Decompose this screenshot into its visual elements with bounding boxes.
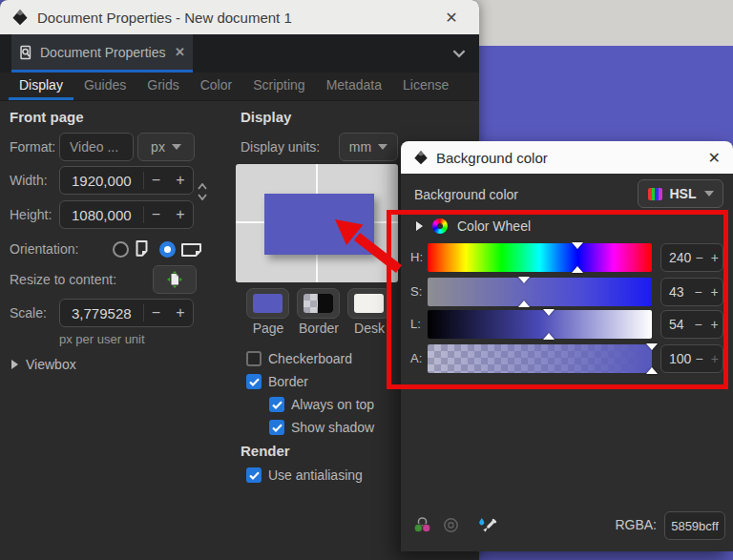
dialog-titlebar[interactable]: Background color ✕ (401, 141, 733, 174)
chevron-down-icon[interactable] (450, 45, 468, 62)
alpha-slider[interactable] (428, 344, 652, 373)
border-color-button[interactable] (297, 288, 340, 319)
show-shadow-checkbox[interactable] (269, 420, 284, 435)
width-spinbox[interactable]: 1920,000 − + (59, 166, 194, 195)
use-antialiasing-checkbox[interactable] (246, 467, 262, 483)
width-decrement-button[interactable]: − (143, 172, 168, 189)
show-shadow-checkbox-row[interactable]: Show shadow (269, 418, 374, 437)
use-antialiasing-checkbox-row[interactable]: Use antialiasing (246, 466, 363, 485)
saturation-decrement-button[interactable]: − (690, 284, 706, 300)
expander-arrow-icon (11, 360, 18, 369)
rgba-label: RGBA: (615, 517, 657, 532)
dock-tab-close-icon[interactable]: ✕ (175, 45, 185, 59)
saturation-value: 43 (661, 284, 690, 300)
inkscape-logo-icon (11, 9, 29, 26)
tab-guides[interactable]: Guides (73, 73, 136, 100)
hue-value: 240 (661, 250, 691, 265)
border-color-swatch (304, 294, 333, 313)
dock-tab-bar: Document Properties ✕ (0, 34, 479, 73)
hue-slider-row: H: 240 − + (401, 243, 733, 272)
hue-key-label: H: (410, 243, 423, 272)
color-mode-dropdown[interactable]: HSL (638, 179, 723, 208)
render-heading: Render (241, 443, 290, 459)
eyedropper-icon[interactable] (477, 515, 497, 539)
lightness-decrement-button[interactable]: − (690, 317, 706, 332)
dock-tab-document-properties[interactable]: Document Properties ✕ (11, 34, 193, 73)
width-increment-button[interactable]: + (168, 172, 193, 189)
tab-grids[interactable]: Grids (136, 73, 189, 100)
format-input[interactable]: Video ... (59, 133, 134, 161)
border-checkbox-row[interactable]: Border (246, 372, 308, 391)
resize-to-content-label: Resize to content: (10, 265, 116, 294)
color-wheel-expander[interactable]: Color Wheel (416, 218, 531, 234)
portrait-radio[interactable] (113, 241, 129, 258)
alpha-increment-button[interactable]: + (707, 351, 723, 366)
alpha-decrement-button[interactable]: − (691, 351, 706, 366)
saturation-increment-button[interactable]: + (706, 284, 723, 300)
caret-down-icon (378, 144, 387, 150)
lightness-value-spinbox[interactable]: 54 − + (660, 310, 723, 339)
hue-decrement-button[interactable]: − (691, 250, 706, 265)
lightness-slider-handle[interactable] (543, 310, 555, 339)
viewbox-expander[interactable]: Viewbox (11, 357, 76, 372)
hue-slider-handle[interactable] (572, 243, 583, 272)
saturation-slider[interactable] (428, 278, 652, 306)
window-titlebar[interactable]: Document Properties - New document 1 ✕ (0, 0, 479, 34)
landscape-radio[interactable] (159, 241, 176, 258)
height-spinbox[interactable]: 1080,000 − + (59, 200, 194, 229)
scale-increment-button[interactable]: + (168, 304, 193, 321)
link-dimensions-icon[interactable] (198, 183, 207, 200)
height-decrement-button[interactable]: − (143, 206, 168, 223)
viewbox-label: Viewbox (26, 357, 76, 372)
page-color-button[interactable] (246, 288, 289, 319)
hue-increment-button[interactable]: + (707, 250, 723, 265)
document-properties-icon (19, 45, 33, 60)
border-checkbox[interactable] (246, 374, 262, 389)
hue-slider[interactable] (428, 243, 652, 272)
alpha-slider-row: A: 100 − + (401, 344, 733, 373)
desk-swatch-label: Desk (345, 321, 394, 336)
display-heading: Display (241, 109, 291, 125)
saturation-slider-handle[interactable] (518, 278, 530, 306)
display-units-dropdown[interactable]: mm (339, 133, 398, 161)
tab-scripting[interactable]: Scripting (242, 73, 315, 100)
checkerboard-checkbox[interactable] (246, 351, 262, 366)
tab-display[interactable]: Display (9, 73, 73, 100)
scale-spinbox[interactable]: 3,779528 − + (59, 299, 194, 327)
unit-dropdown[interactable]: px (137, 133, 195, 161)
orientation-label: Orientation: (10, 235, 78, 263)
dialog-close-button[interactable]: ✕ (708, 149, 721, 167)
target-circle-icon[interactable] (442, 516, 460, 538)
always-on-top-checkbox[interactable] (269, 397, 284, 412)
saturation-value-spinbox[interactable]: 43 − + (660, 278, 723, 306)
screenshot-root: Document Properties - New document 1 ✕ D… (0, 0, 733, 560)
inkscape-logo-icon (413, 150, 429, 165)
tab-metadata[interactable]: Metadata (316, 73, 392, 100)
height-increment-button[interactable]: + (168, 206, 193, 223)
resize-to-content-button[interactable] (153, 265, 197, 294)
lightness-increment-button[interactable]: + (706, 317, 723, 332)
resize-document-icon (165, 270, 184, 289)
show-shadow-label: Show shadow (291, 420, 374, 435)
always-on-top-label: Always on top (291, 397, 374, 412)
tab-license[interactable]: License (392, 73, 459, 100)
checkerboard-checkbox-row[interactable]: Checkerboard (246, 349, 352, 368)
format-label: Format: (10, 133, 55, 161)
always-on-top-checkbox-row[interactable]: Always on top (269, 395, 374, 414)
scale-value: 3,779528 (60, 305, 143, 321)
alpha-slider-handle[interactable] (646, 344, 658, 373)
caret-down-icon (172, 144, 181, 150)
desk-color-button[interactable] (347, 288, 390, 319)
lightness-slider[interactable] (428, 310, 652, 339)
scale-decrement-button[interactable]: − (143, 304, 168, 321)
check-icon (272, 401, 283, 409)
tab-color[interactable]: Color (190, 73, 242, 100)
alpha-value-spinbox[interactable]: 100 − + (660, 344, 723, 373)
rgb-circles-icon[interactable] (412, 516, 432, 538)
window-close-button[interactable]: ✕ (435, 0, 468, 34)
hue-value-spinbox[interactable]: 240 − + (660, 243, 723, 272)
border-swatch-label: Border (294, 321, 344, 336)
rgba-input[interactable]: 5859bcff (664, 511, 725, 540)
page-color-swatch (253, 294, 283, 313)
alpha-value: 100 (661, 351, 691, 366)
